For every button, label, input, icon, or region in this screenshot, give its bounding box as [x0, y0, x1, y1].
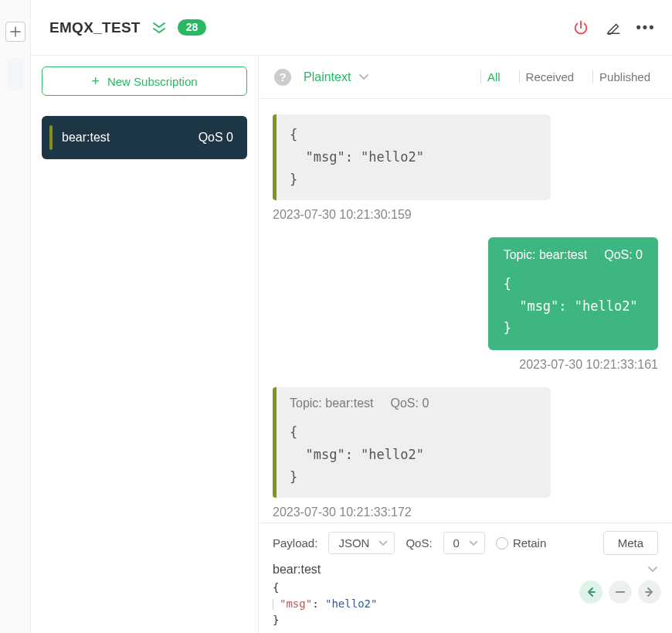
message-qos: QoS: 0 — [391, 396, 429, 410]
arrow-right-icon — [644, 587, 655, 597]
message-sent: Topic: bear:test QoS: 0 { "msg": "hello2… — [273, 237, 658, 373]
publish-editor: Payload: JSON QoS: 0 Retain Meta — [259, 522, 672, 633]
subscriptions-panel: + New Subscription bear:test QoS 0 — [31, 56, 259, 633]
message-bubble[interactable]: { "msg": "hello2" } — [273, 114, 551, 200]
message-qos: QoS: 0 — [604, 248, 643, 262]
filter-all[interactable]: All — [480, 70, 507, 83]
message-topic: Topic: bear:test — [290, 396, 374, 410]
pencil-icon — [605, 19, 622, 36]
plus-icon: + — [91, 73, 100, 90]
message-topic: Topic: bear:test — [504, 248, 588, 262]
message-stripe — [273, 387, 277, 498]
send-button[interactable] — [638, 580, 661, 604]
message-timestamp: 2023-07-30 10:21:33:172 — [273, 505, 658, 519]
message-received: { "msg": "hello2" } 2023-07-30 10:21:30:… — [273, 114, 658, 222]
message-timestamp: 2023-07-30 10:21:33:161 — [519, 358, 658, 372]
connections-rail — [0, 0, 31, 633]
more-menu-button[interactable]: ••• — [635, 17, 657, 39]
message-stripe — [273, 114, 277, 200]
disconnect-button[interactable] — [570, 17, 592, 39]
message-body: { "msg": "hello2" } — [504, 273, 643, 340]
filter-received[interactable]: Received — [519, 70, 581, 83]
message-count-badge: 28 — [178, 19, 207, 36]
rail-active-tab[interactable] — [7, 57, 24, 91]
subscription-color-stripe — [49, 125, 53, 150]
message-timestamp: 2023-07-30 10:21:30:159 — [273, 208, 658, 222]
clear-button[interactable] — [609, 580, 632, 604]
message-body: { "msg": "hello2" } — [290, 421, 537, 488]
connection-name: EMQX_TEST — [49, 19, 141, 36]
payload-format-select[interactable]: JSON — [328, 532, 395, 554]
chevron-down-icon[interactable] — [647, 566, 658, 573]
format-select[interactable]: Plaintext — [304, 70, 369, 84]
edit-button[interactable] — [602, 17, 624, 39]
chevron-down-icon — [358, 73, 369, 81]
message-body: { "msg": "hello2" } — [290, 124, 537, 191]
message-bubble[interactable]: Topic: bear:test QoS: 0 { "msg": "hello2… — [488, 237, 658, 351]
filter-published[interactable]: Published — [592, 70, 657, 83]
subscription-qos: QoS 0 — [199, 131, 233, 145]
collapse-toggle[interactable] — [151, 22, 167, 34]
scroll-back-button[interactable] — [579, 580, 602, 604]
subscription-topic: bear:test — [62, 131, 110, 145]
new-subscription-button[interactable]: + New Subscription — [42, 66, 247, 96]
payload-label: Payload: — [273, 536, 317, 550]
retain-toggle[interactable]: Retain — [496, 536, 546, 550]
new-subscription-label: New Subscription — [107, 75, 198, 88]
chevron-down-icon — [378, 540, 388, 546]
qos-select[interactable]: 0 — [443, 532, 485, 554]
message-toolbar: ? Plaintext All Received Published — [259, 56, 672, 99]
chevron-double-down-icon — [151, 22, 167, 34]
topic-input[interactable]: bear:test — [273, 563, 321, 577]
format-label: Plaintext — [304, 70, 351, 84]
message-stream: { "msg": "hello2" } 2023-07-30 10:21:30:… — [259, 99, 672, 522]
power-icon — [572, 19, 589, 36]
message-bubble[interactable]: Topic: bear:test QoS: 0 { "msg": "hello2… — [273, 387, 551, 498]
arrow-left-icon — [585, 587, 596, 597]
plus-icon — [10, 26, 21, 37]
chevron-down-icon — [469, 540, 478, 546]
subscription-card[interactable]: bear:test QoS 0 — [42, 116, 247, 159]
minus-icon — [615, 587, 626, 597]
add-connection-button[interactable] — [5, 22, 25, 42]
message-received: Topic: bear:test QoS: 0 { "msg": "hello2… — [273, 387, 658, 519]
help-icon[interactable]: ? — [274, 69, 291, 86]
meta-button[interactable]: Meta — [603, 531, 658, 555]
connection-header: EMQX_TEST 28 ••• — [31, 0, 672, 56]
qos-label: QoS: — [406, 536, 432, 550]
